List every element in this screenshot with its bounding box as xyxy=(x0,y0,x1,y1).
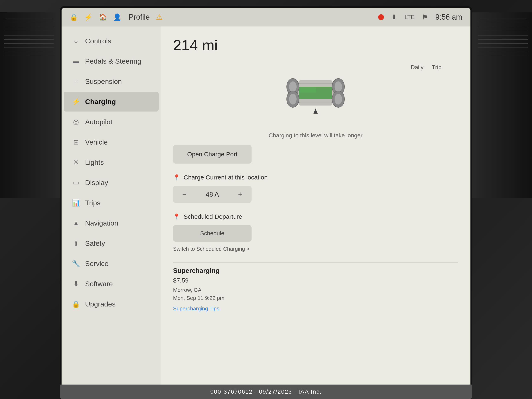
vehicle-icon: ⊞ xyxy=(72,138,80,146)
watermark-text: 000-37670612 - 09/27/2023 - IAA Inc. xyxy=(210,388,322,395)
supercharging-location: Morrow, GAMon, Sep 11 9:22 pm xyxy=(173,286,458,302)
departure-pin-icon: 📍 xyxy=(173,213,180,220)
home-icon: 🏠 xyxy=(99,13,107,21)
display-icon: ▭ xyxy=(72,178,80,187)
upgrades-icon: 🔒 xyxy=(72,300,80,308)
sidebar-item-service[interactable]: 🔧 Service xyxy=(63,253,158,273)
charge-current-label: 📍 Charge Current at this location xyxy=(173,174,458,181)
scheduled-departure-text: Scheduled Departure xyxy=(184,213,242,220)
switch-scheduled-charging-link[interactable]: Switch to Scheduled Charging > xyxy=(173,246,458,252)
sidebar-label-suspension: Suspension xyxy=(85,77,122,86)
current-control: − 48 A + xyxy=(173,186,252,203)
svg-rect-2 xyxy=(300,87,316,93)
svg-point-4 xyxy=(289,81,297,92)
increase-current-button[interactable]: + xyxy=(235,189,245,200)
car-svg xyxy=(272,66,359,120)
supercharging-tips-link[interactable]: Supercharging Tips xyxy=(173,305,458,312)
sidebar-label-vehicle: Vehicle xyxy=(85,138,108,146)
daily-label[interactable]: Daily xyxy=(411,64,424,71)
sidebar-item-autopilot[interactable]: ◎ Autopilot xyxy=(63,112,158,132)
svg-marker-13 xyxy=(314,108,318,114)
sidebar-item-pedals[interactable]: ▬ Pedals & Steering xyxy=(63,51,158,71)
charge-current-text: Charge Current at this location xyxy=(184,174,268,181)
sidebar-item-display[interactable]: ▭ Display xyxy=(63,173,158,192)
charging-icon: ⚡ xyxy=(72,97,80,106)
sidebar: ○ Controls ▬ Pedals & Steering ⟋ Suspens… xyxy=(62,26,161,389)
status-right: ⬇ LTE ⚑ 9:56 am xyxy=(378,13,462,21)
suspension-icon: ⟋ xyxy=(72,77,80,86)
sidebar-item-trips[interactable]: 📊 Trips xyxy=(63,193,158,213)
record-dot xyxy=(378,14,384,20)
sidebar-label-lights: Lights xyxy=(85,158,104,166)
lte-indicator: LTE xyxy=(405,14,415,20)
service-icon: 🔧 xyxy=(72,260,80,268)
sidebar-item-lights[interactable]: ✳ Lights xyxy=(63,152,158,172)
scheduled-departure-label: 📍 Scheduled Departure xyxy=(173,213,458,220)
sidebar-label-upgrades: Upgrades xyxy=(85,300,115,308)
supercharging-location-text: Morrow, GAMon, Sep 11 9:22 pm xyxy=(173,287,224,301)
sidebar-item-navigation[interactable]: ▲ Navigation xyxy=(63,213,158,233)
watermark: 000-37670612 - 09/27/2023 - IAA Inc. xyxy=(60,385,472,399)
range-display: 214 mi xyxy=(173,37,458,54)
schedule-button[interactable]: Schedule xyxy=(173,225,252,242)
sidebar-item-charging[interactable]: ⚡ Charging xyxy=(63,92,158,112)
svg-point-8 xyxy=(289,94,297,104)
status-bar: 🔒 ⚡ 🏠 👤 Profile ⚠ ⬇ LTE ⚑ 9:56 am xyxy=(62,8,470,26)
sidebar-label-service: Service xyxy=(85,260,108,268)
main-content: ○ Controls ▬ Pedals & Steering ⟋ Suspens… xyxy=(62,26,470,389)
sidebar-label-pedals: Pedals & Steering xyxy=(85,57,141,65)
left-vent xyxy=(0,13,64,198)
lights-icon: ✳ xyxy=(72,158,80,166)
pedals-icon: ▬ xyxy=(72,57,80,65)
trip-label[interactable]: Trip xyxy=(432,64,442,71)
charge-warning: Charging to this level will take longer xyxy=(173,132,458,139)
sidebar-label-trips: Trips xyxy=(85,199,100,207)
time-display: 9:56 am xyxy=(435,13,462,21)
download-icon: ⬇ xyxy=(390,13,398,21)
person-icon: 👤 xyxy=(113,13,121,21)
sidebar-item-vehicle[interactable]: ⊞ Vehicle xyxy=(63,132,158,152)
right-vent xyxy=(468,13,532,198)
svg-rect-11 xyxy=(299,81,332,84)
decrease-current-button[interactable]: − xyxy=(179,189,190,200)
svg-rect-12 xyxy=(299,102,332,105)
sidebar-item-upgrades[interactable]: 🔒 Upgrades xyxy=(63,294,158,314)
warning-icon: ⚠ xyxy=(156,13,163,21)
sidebar-item-software[interactable]: ⬇ Software xyxy=(63,274,158,294)
profile-label[interactable]: Profile xyxy=(129,13,150,21)
sidebar-item-controls[interactable]: ○ Controls xyxy=(63,31,158,51)
sidebar-item-suspension[interactable]: ⟋ Suspension xyxy=(63,71,158,91)
lock-icon: 🔒 xyxy=(70,13,78,21)
sidebar-label-charging: Charging xyxy=(85,98,116,106)
safety-icon: ℹ xyxy=(72,239,80,247)
controls-icon: ○ xyxy=(72,37,80,45)
divider xyxy=(173,262,458,263)
supercharging-price: $7.59 xyxy=(173,277,458,284)
location-pin-icon: 📍 xyxy=(173,174,180,181)
screen-bezel: 🔒 ⚡ 🏠 👤 Profile ⚠ ⬇ LTE ⚑ 9:56 am ○ Cont… xyxy=(60,6,472,390)
sidebar-label-autopilot: Autopilot xyxy=(85,118,112,126)
supercharging-title: Supercharging xyxy=(173,267,458,274)
sidebar-label-safety: Safety xyxy=(85,239,105,247)
charging-panel: 214 mi Daily Trip xyxy=(161,26,470,389)
sidebar-label-controls: Controls xyxy=(85,37,111,45)
bolt-icon: ⚡ xyxy=(84,13,93,21)
sidebar-item-safety[interactable]: ℹ Safety xyxy=(63,233,158,253)
svg-point-6 xyxy=(335,81,342,92)
navigation-icon: ▲ xyxy=(72,219,80,227)
daily-trip-labels[interactable]: Daily Trip xyxy=(411,64,442,71)
trips-icon: 📊 xyxy=(72,199,80,207)
tesla-screen: 🔒 ⚡ 🏠 👤 Profile ⚠ ⬇ LTE ⚑ 9:56 am ○ Cont… xyxy=(62,8,470,389)
svg-point-10 xyxy=(335,94,342,104)
sidebar-label-software: Software xyxy=(85,280,113,288)
current-value: 48 A xyxy=(206,191,219,198)
software-icon: ⬇ xyxy=(72,280,80,288)
open-charge-port-button[interactable]: Open Charge Port xyxy=(173,145,252,164)
car-diagram: Daily Trip xyxy=(173,60,458,126)
autopilot-icon: ◎ xyxy=(72,118,80,126)
bluetooth-icon: ⚑ xyxy=(421,13,429,21)
sidebar-label-display: Display xyxy=(85,179,108,187)
sidebar-label-navigation: Navigation xyxy=(85,219,118,227)
